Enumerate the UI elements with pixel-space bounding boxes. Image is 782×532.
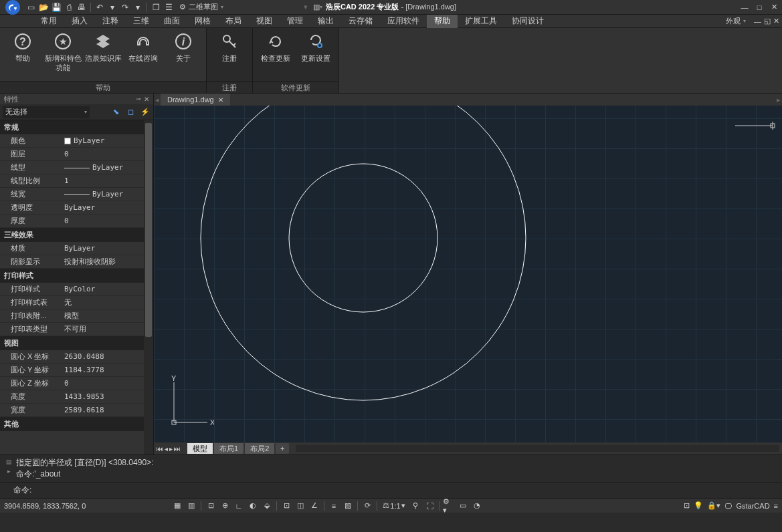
- qat-open-icon[interactable]: 📂: [38, 2, 49, 13]
- menu-视图[interactable]: 视图: [249, 15, 280, 28]
- maximize-icon[interactable]: □: [754, 3, 765, 12]
- menu-插入[interactable]: 插入: [64, 15, 95, 28]
- panel-close-icon[interactable]: ✕: [144, 96, 149, 103]
- close-icon[interactable]: ✕: [769, 3, 779, 12]
- ortho-icon[interactable]: ∟: [233, 501, 245, 511]
- qat-redo-icon[interactable]: ↷: [120, 2, 130, 13]
- monitor-icon[interactable]: 🖵: [724, 502, 732, 510]
- lock-icon[interactable]: 🔒▾: [707, 501, 720, 510]
- props-row[interactable]: 宽度2589.0618: [0, 404, 153, 417]
- minimize-icon[interactable]: —: [739, 3, 750, 12]
- cmd-history-icon[interactable]: ▤: [4, 457, 13, 467]
- otrack-icon[interactable]: ∠: [308, 501, 320, 511]
- props-section-打印样式[interactable]: 打印样式▴: [0, 269, 153, 283]
- autoscale-icon[interactable]: ⛶: [423, 501, 435, 511]
- props-row[interactable]: 打印表类型不可用: [0, 323, 153, 336]
- 3dosnap-icon[interactable]: ◫: [294, 501, 306, 511]
- command-input[interactable]: 命令:: [13, 485, 778, 496]
- notification-icon[interactable]: 💡: [694, 501, 703, 510]
- qat-print-icon[interactable]: 🖶: [76, 2, 87, 13]
- lineweight-icon[interactable]: ≡: [328, 501, 340, 511]
- layout-tab-模型[interactable]: 模型: [187, 443, 213, 454]
- selection-dropdown[interactable]: 无选择▾: [3, 106, 90, 118]
- layout-first-icon[interactable]: ⏮: [157, 445, 163, 452]
- ribbon-kb-button[interactable]: 浩辰知识库: [83, 29, 123, 81]
- props-row[interactable]: 圆心 X 坐标2630.0488: [0, 350, 153, 364]
- menu-注释[interactable]: 注释: [95, 15, 126, 28]
- workspace-icon[interactable]: ⚙ ▾: [443, 501, 455, 511]
- mdi-close-icon[interactable]: ✕: [773, 17, 779, 25]
- ribbon-register-button[interactable]: 注册: [209, 29, 250, 81]
- layout-hscroll[interactable]: [296, 445, 779, 452]
- panel-pin-icon[interactable]: ⊸: [136, 96, 141, 103]
- menu-常用[interactable]: 常用: [33, 15, 64, 28]
- menu-曲面[interactable]: 曲面: [157, 15, 187, 28]
- props-row[interactable]: 打印样式表无: [0, 296, 153, 309]
- layout-next-icon[interactable]: ▸: [169, 445, 173, 452]
- snap-icon[interactable]: ▥: [185, 501, 197, 511]
- polar-icon[interactable]: ◐: [247, 501, 259, 511]
- coordinates-display[interactable]: 3904.8589, 1833.7562, 0: [4, 502, 158, 510]
- cmd-expand-icon[interactable]: ▸: [4, 467, 13, 476]
- menu-扩展工具[interactable]: 扩展工具: [458, 15, 504, 28]
- layout-tab-布局2[interactable]: 布局2: [245, 443, 274, 454]
- quick-select-icon[interactable]: ⬊: [110, 107, 121, 118]
- ribbon-check-update-button[interactable]: 检查更新: [256, 29, 296, 81]
- props-section-常规[interactable]: 常规▴: [0, 120, 153, 134]
- ribbon-about-button[interactable]: i关于: [163, 29, 203, 81]
- props-row[interactable]: 颜色ByLayer: [0, 134, 153, 148]
- props-row[interactable]: 打印样式ByColor: [0, 283, 153, 296]
- props-row[interactable]: 材质ByLayer: [0, 242, 153, 255]
- layout-tab-布局1[interactable]: 布局1: [214, 443, 243, 454]
- infer-icon[interactable]: ⊡: [205, 501, 217, 511]
- mdi-restore-icon[interactable]: ◱: [764, 17, 771, 25]
- appearance-menu[interactable]: 外观: [726, 16, 741, 26]
- mdi-minimize-icon[interactable]: —: [754, 17, 761, 25]
- isolate-icon[interactable]: ◔: [471, 501, 483, 511]
- layout-add-tab[interactable]: +: [276, 443, 289, 454]
- isodraft-icon[interactable]: ⬙: [261, 501, 273, 511]
- props-row[interactable]: 图层0: [0, 148, 153, 161]
- panel-toggle-icon[interactable]: ▥: [313, 3, 320, 11]
- annoscale-icon[interactable]: ⚖ 1:1 ▾: [381, 501, 407, 511]
- menu-云存储[interactable]: 云存储: [341, 15, 380, 28]
- select-objects-icon[interactable]: ◻: [125, 107, 136, 118]
- status-menu-icon[interactable]: ≡: [774, 502, 778, 510]
- props-row[interactable]: 圆心 Z 坐标0: [0, 377, 153, 390]
- properties-scrollbar[interactable]: [144, 120, 153, 454]
- menu-三维[interactable]: 三维: [126, 15, 157, 28]
- transparency-icon[interactable]: ▨: [342, 501, 354, 511]
- qat-options-icon[interactable]: ☰: [163, 2, 174, 13]
- dyninput-icon[interactable]: ⊕: [219, 501, 231, 511]
- grid-icon[interactable]: ▦: [171, 501, 183, 511]
- props-section-视图[interactable]: 视图▴: [0, 336, 153, 350]
- osnap-icon[interactable]: ⊡: [280, 501, 292, 511]
- qat-cube-icon[interactable]: ❒: [151, 2, 161, 13]
- props-section-其他[interactable]: 其他▴: [0, 417, 153, 431]
- props-row[interactable]: 线型比例1: [0, 174, 153, 188]
- props-row[interactable]: 透明度ByLayer: [0, 201, 153, 215]
- ribbon-update-settings-button[interactable]: 更新设置: [296, 29, 336, 81]
- layout-last-icon[interactable]: ⏭: [174, 445, 181, 452]
- props-row[interactable]: 线型ByLayer: [0, 161, 153, 174]
- doc-tab-prev[interactable]: ◂: [154, 96, 161, 104]
- doc-tab-close-icon[interactable]: ✕: [218, 96, 223, 104]
- menu-管理[interactable]: 管理: [280, 15, 310, 28]
- menu-帮助[interactable]: 帮助: [427, 15, 458, 28]
- menu-布局[interactable]: 布局: [218, 15, 249, 28]
- props-row[interactable]: 高度1433.9853: [0, 390, 153, 404]
- layout-prev-icon[interactable]: ◂: [165, 445, 168, 452]
- cycle-icon[interactable]: ⟳: [361, 501, 373, 511]
- props-row[interactable]: 阴影显示投射和接收阴影: [0, 255, 153, 269]
- annovis-icon[interactable]: ⚲: [409, 501, 421, 511]
- menu-协同设计[interactable]: 协同设计: [504, 15, 551, 28]
- props-row[interactable]: 厚度0: [0, 215, 153, 228]
- menu-应用软件[interactable]: 应用软件: [380, 15, 427, 28]
- hardware-icon[interactable]: ▭: [457, 501, 469, 511]
- menu-输出[interactable]: 输出: [310, 15, 341, 28]
- qat-saveall-icon[interactable]: ⎙: [64, 2, 74, 13]
- ribbon-online-button[interactable]: 在线咨询: [123, 29, 163, 81]
- ribbon-new-feat-button[interactable]: ★新增和特色功能: [43, 29, 83, 81]
- document-tab[interactable]: Drawing1.dwg ✕: [161, 94, 230, 106]
- model-canvas[interactable]: X Y: [154, 106, 782, 442]
